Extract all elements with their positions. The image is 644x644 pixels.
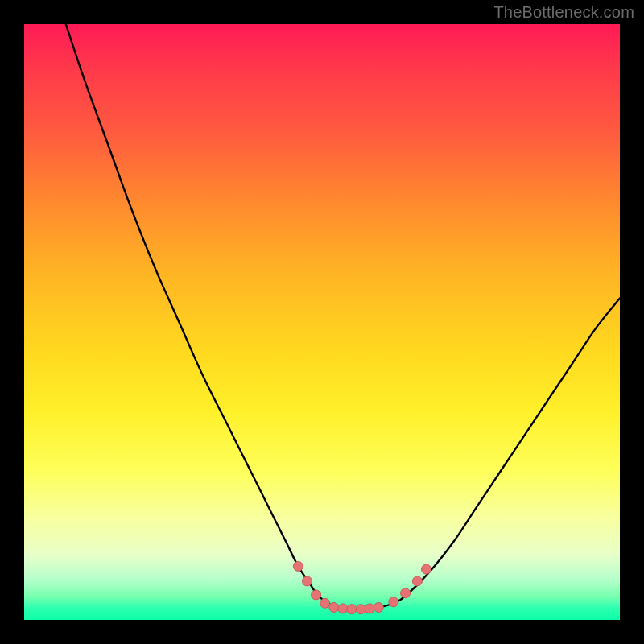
curve-marker <box>422 564 431 574</box>
curve-marker <box>312 590 321 600</box>
curve-markers <box>293 561 431 613</box>
plot-area <box>24 24 620 620</box>
curve-marker <box>365 604 374 613</box>
curve-marker <box>374 602 383 612</box>
curve-marker <box>412 576 422 586</box>
curve-marker <box>356 605 365 614</box>
curve-marker <box>347 605 357 614</box>
watermark-text: TheBottleneck.com <box>493 3 634 22</box>
curve-marker <box>389 597 398 607</box>
curve-marker <box>401 588 411 598</box>
curve-marker <box>293 561 303 571</box>
chart-frame: TheBottleneck.com <box>0 0 644 644</box>
curve-marker <box>329 602 339 612</box>
curve-marker <box>338 604 348 613</box>
curve-marker <box>320 598 330 608</box>
bottleneck-curve <box>66 24 620 609</box>
curve-marker <box>303 576 312 586</box>
curve-layer <box>24 24 620 620</box>
